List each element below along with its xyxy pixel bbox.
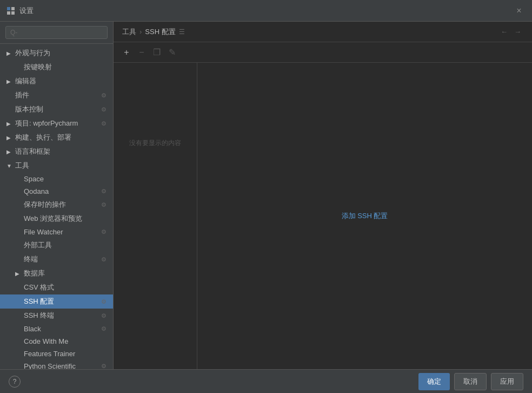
- sidebar-items: ▶外观与行为按键映射▶编辑器插件⚙版本控制⚙▶项目: wpforPycharm⚙…: [0, 44, 113, 369]
- sidebar-item-filewatcher[interactable]: File Watcher⚙: [0, 226, 113, 238]
- sidebar-item-label: 版本控制: [15, 104, 43, 114]
- settings-badge-icon: ⚙: [101, 92, 107, 99]
- settings-badge-icon: ⚙: [101, 201, 107, 208]
- svg-rect-0: [7, 7, 10, 10]
- sidebar-item-label: Web 浏览器和预览: [24, 214, 82, 224]
- sidebar-item-space[interactable]: Space: [0, 173, 113, 185]
- sidebar-item-label: 编辑器: [15, 76, 36, 86]
- bottom-right: 确定 取消 应用: [418, 373, 523, 390]
- sidebar-item-label: 项目: wpforPycharm: [15, 119, 78, 128]
- sidebar: ▶外观与行为按键映射▶编辑器插件⚙版本控制⚙▶项目: wpforPycharm⚙…: [0, 22, 114, 369]
- sidebar-item-label: 工具: [15, 161, 29, 171]
- main-layout: ▶外观与行为按键映射▶编辑器插件⚙版本控制⚙▶项目: wpforPycharm⚙…: [0, 22, 532, 369]
- sidebar-item-save[interactable]: 保存时的操作⚙: [0, 198, 113, 212]
- breadcrumb-nav: ← →: [498, 27, 523, 37]
- sidebar-item-featurestrainer[interactable]: Features Trainer: [0, 348, 113, 360]
- nav-back-button[interactable]: ←: [498, 27, 510, 37]
- add-ssh-link[interactable]: 添加 SSH 配置: [342, 211, 388, 221]
- sidebar-item-build[interactable]: ▶构建、执行、部署: [0, 130, 113, 145]
- bottom-bar: ? 确定 取消 应用: [0, 369, 532, 393]
- remove-button[interactable]: −: [135, 46, 148, 59]
- sidebar-item-label: 按键映射: [24, 62, 52, 72]
- sidebar-item-terminal[interactable]: 终端⚙: [0, 252, 113, 266]
- sidebar-item-label: File Watcher: [24, 228, 63, 236]
- sidebar-item-label: 外观与行为: [15, 48, 50, 58]
- sidebar-item-label: Space: [24, 175, 44, 183]
- settings-badge-icon: ⚙: [101, 188, 107, 195]
- breadcrumb-bar: 工具 › SSH 配置 ☰ ← →: [114, 22, 532, 42]
- arrow-icon: ▶: [6, 149, 13, 155]
- sidebar-item-label: CSV 格式: [24, 283, 54, 292]
- arrow-icon: ▶: [6, 135, 13, 141]
- sidebar-item-csv[interactable]: CSV 格式: [0, 280, 113, 294]
- settings-badge-icon: ⚙: [101, 120, 107, 127]
- close-button[interactable]: ×: [513, 4, 526, 17]
- sidebar-item-label: 数据库: [24, 268, 45, 278]
- arrow-icon: ▼: [6, 163, 13, 169]
- toolbar: + − ❐ ✎: [114, 42, 532, 63]
- sidebar-item-label: 插件: [15, 90, 29, 100]
- sidebar-item-label: 保存时的操作: [24, 200, 66, 209]
- content-panels: 没有要显示的内容 添加 SSH 配置: [114, 63, 532, 369]
- sidebar-item-label: Qodana: [24, 187, 49, 195]
- sidebar-item-label: 外部工具: [24, 240, 52, 250]
- app-icon: [6, 6, 15, 15]
- sidebar-item-externaltool[interactable]: 外部工具: [0, 238, 113, 252]
- breadcrumb-parent: 工具: [122, 27, 136, 37]
- svg-rect-2: [7, 11, 10, 15]
- search-input[interactable]: [5, 26, 108, 39]
- sidebar-item-qodana[interactable]: Qodana⚙: [0, 185, 113, 198]
- help-button[interactable]: ?: [9, 376, 21, 388]
- title-bar: 设置 ×: [0, 0, 532, 22]
- sidebar-item-lang[interactable]: ▶语言和框架: [0, 145, 113, 159]
- sidebar-item-codewithme[interactable]: Code With Me: [0, 335, 113, 348]
- arrow-icon: ▶: [6, 121, 13, 127]
- sidebar-item-label: Black: [24, 325, 41, 333]
- sidebar-item-label: Features Trainer: [24, 350, 75, 358]
- sidebar-item-label: Code With Me: [24, 337, 68, 345]
- sidebar-item-label: 构建、执行、部署: [15, 133, 71, 142]
- sidebar-item-label: 语言和框架: [15, 147, 50, 156]
- sidebar-item-ssh-config[interactable]: SSH 配置⚙: [0, 294, 113, 309]
- copy-button[interactable]: ❐: [150, 46, 163, 59]
- sidebar-item-pythonscientific[interactable]: Python Scientific⚙: [0, 360, 113, 369]
- sidebar-item-editor[interactable]: ▶编辑器: [0, 74, 113, 88]
- sidebar-item-label: SSH 配置: [24, 297, 54, 306]
- sidebar-item-ssh-terminal[interactable]: SSH 终端⚙: [0, 309, 113, 323]
- breadcrumb-menu-icon[interactable]: ☰: [179, 28, 185, 36]
- edit-button[interactable]: ✎: [165, 46, 178, 59]
- sidebar-item-tools[interactable]: ▼工具: [0, 159, 113, 173]
- sidebar-item-project[interactable]: ▶项目: wpforPycharm⚙: [0, 116, 113, 130]
- settings-badge-icon: ⚙: [101, 106, 107, 113]
- sidebar-item-plugins[interactable]: 插件⚙: [0, 88, 113, 102]
- empty-text: 没有要显示的内容: [114, 139, 197, 148]
- settings-badge-icon: ⚙: [101, 298, 107, 305]
- apply-button[interactable]: 应用: [491, 373, 523, 390]
- bottom-left: ?: [9, 376, 21, 388]
- arrow-icon: ▶: [6, 50, 13, 56]
- sidebar-item-keymap[interactable]: 按键映射: [0, 60, 113, 74]
- arrow-icon: ▶: [15, 271, 22, 277]
- breadcrumb-current: SSH 配置: [145, 27, 175, 37]
- settings-badge-icon: ⚙: [101, 312, 107, 319]
- settings-badge-icon: ⚙: [101, 363, 107, 369]
- sidebar-item-black[interactable]: Black⚙: [0, 323, 113, 335]
- sidebar-item-label: 终端: [24, 254, 38, 264]
- content-area: 工具 › SSH 配置 ☰ ← → + − ❐ ✎ 没有要显示的内容 添加 SS…: [114, 22, 532, 369]
- left-panel: 没有要显示的内容: [114, 63, 197, 369]
- cancel-button[interactable]: 取消: [454, 373, 487, 390]
- confirm-button[interactable]: 确定: [418, 373, 450, 390]
- settings-badge-icon: ⚙: [101, 325, 107, 332]
- svg-rect-1: [11, 7, 15, 10]
- nav-forward-button[interactable]: →: [512, 27, 523, 37]
- settings-badge-icon: ⚙: [101, 256, 107, 263]
- settings-badge-icon: ⚙: [101, 228, 107, 235]
- sidebar-item-browser[interactable]: Web 浏览器和预览: [0, 212, 113, 226]
- sidebar-item-appearance[interactable]: ▶外观与行为: [0, 46, 113, 60]
- right-panel: 添加 SSH 配置: [197, 63, 532, 369]
- add-button[interactable]: +: [120, 46, 133, 59]
- sidebar-item-vcs[interactable]: 版本控制⚙: [0, 102, 113, 116]
- sidebar-item-database[interactable]: ▶数据库: [0, 266, 113, 280]
- breadcrumb-separator: ›: [139, 28, 142, 36]
- sidebar-item-label: Python Scientific: [24, 362, 76, 369]
